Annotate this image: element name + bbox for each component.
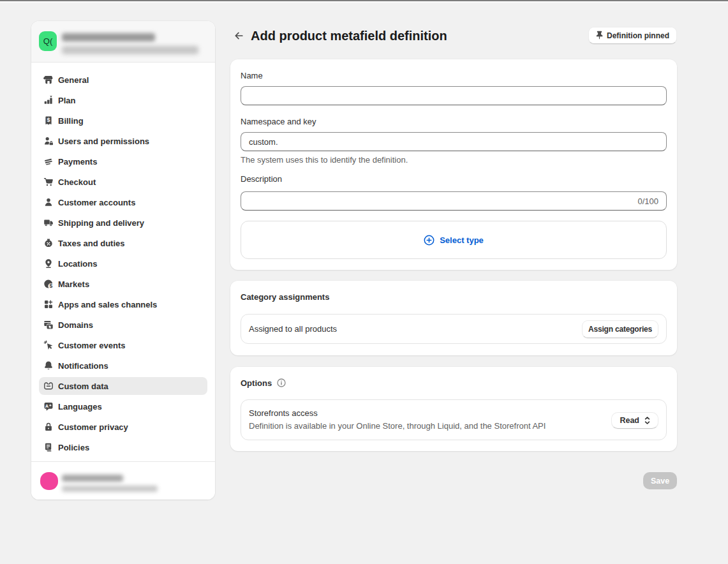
svg-text:A: A	[45, 403, 49, 409]
svg-text:$: $	[49, 283, 52, 289]
svg-text:$: $	[47, 117, 50, 123]
